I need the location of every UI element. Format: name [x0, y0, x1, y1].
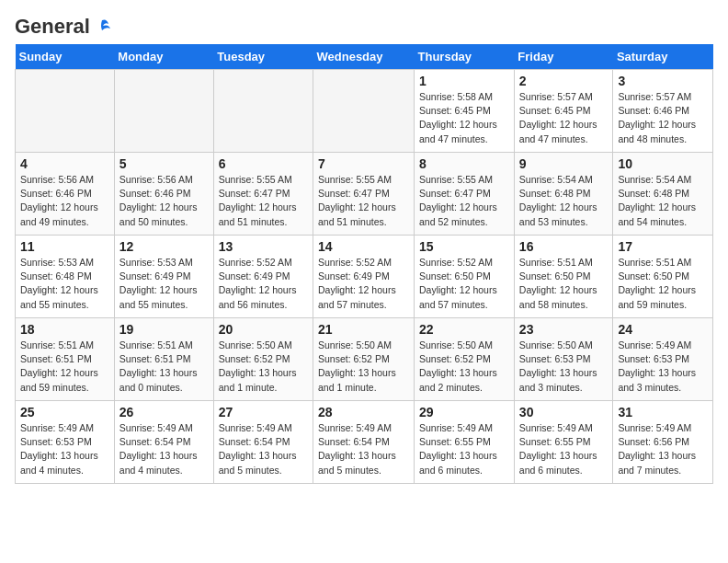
- day-cell-25: 25Sunrise: 5:49 AMSunset: 6:53 PMDayligh…: [16, 401, 115, 484]
- day-detail: Sunrise: 5:57 AMSunset: 6:45 PMDaylight:…: [519, 90, 609, 146]
- day-cell-22: 22Sunrise: 5:50 AMSunset: 6:52 PMDayligh…: [415, 318, 515, 401]
- day-detail: Sunrise: 5:50 AMSunset: 6:52 PMDaylight:…: [318, 339, 409, 395]
- day-number: 17: [618, 239, 708, 254]
- logo-bird-icon: [92, 17, 112, 37]
- day-number: 25: [20, 405, 109, 419]
- weekday-header-row: SundayMondayTuesdayWednesdayThursdayFrid…: [16, 44, 713, 70]
- day-cell-11: 11Sunrise: 5:53 AMSunset: 6:48 PMDayligh…: [16, 236, 115, 318]
- day-detail: Sunrise: 5:52 AMSunset: 6:50 PMDaylight:…: [419, 256, 509, 312]
- day-cell-12: 12Sunrise: 5:53 AMSunset: 6:49 PMDayligh…: [114, 236, 213, 318]
- day-number: 14: [318, 239, 409, 254]
- day-cell-1: 1Sunrise: 5:58 AMSunset: 6:45 PMDaylight…: [415, 70, 515, 153]
- day-number: 11: [20, 239, 109, 254]
- day-number: 18: [20, 322, 109, 337]
- day-detail: Sunrise: 5:54 AMSunset: 6:48 PMDaylight:…: [519, 173, 609, 229]
- day-number: 29: [419, 405, 509, 419]
- day-detail: Sunrise: 5:56 AMSunset: 6:46 PMDaylight:…: [119, 173, 209, 229]
- day-detail: Sunrise: 5:49 AMSunset: 6:53 PMDaylight:…: [618, 339, 708, 395]
- day-cell-28: 28Sunrise: 5:49 AMSunset: 6:54 PMDayligh…: [313, 401, 415, 484]
- day-number: 3: [618, 74, 708, 88]
- day-cell-31: 31Sunrise: 5:49 AMSunset: 6:56 PMDayligh…: [613, 401, 713, 484]
- day-detail: Sunrise: 5:51 AMSunset: 6:51 PMDaylight:…: [119, 339, 209, 395]
- empty-cell: [114, 70, 213, 153]
- day-detail: Sunrise: 5:55 AMSunset: 6:47 PMDaylight:…: [219, 173, 308, 229]
- day-cell-17: 17Sunrise: 5:51 AMSunset: 6:50 PMDayligh…: [613, 236, 713, 318]
- day-number: 15: [419, 239, 509, 254]
- day-number: 31: [618, 405, 708, 419]
- day-cell-15: 15Sunrise: 5:52 AMSunset: 6:50 PMDayligh…: [415, 236, 515, 318]
- day-detail: Sunrise: 5:50 AMSunset: 6:52 PMDaylight:…: [419, 339, 509, 395]
- day-detail: Sunrise: 5:55 AMSunset: 6:47 PMDaylight:…: [419, 173, 509, 229]
- day-detail: Sunrise: 5:58 AMSunset: 6:45 PMDaylight:…: [419, 90, 509, 146]
- day-detail: Sunrise: 5:57 AMSunset: 6:46 PMDaylight:…: [618, 90, 708, 146]
- day-number: 27: [219, 405, 308, 419]
- weekday-header-saturday: Saturday: [613, 44, 713, 70]
- day-detail: Sunrise: 5:53 AMSunset: 6:49 PMDaylight:…: [119, 256, 209, 312]
- day-detail: Sunrise: 5:51 AMSunset: 6:51 PMDaylight:…: [20, 339, 109, 395]
- day-detail: Sunrise: 5:52 AMSunset: 6:49 PMDaylight:…: [219, 256, 308, 312]
- day-number: 4: [20, 156, 109, 171]
- day-cell-10: 10Sunrise: 5:54 AMSunset: 6:48 PMDayligh…: [613, 153, 713, 236]
- logo-text-general: General: [15, 15, 90, 39]
- day-cell-18: 18Sunrise: 5:51 AMSunset: 6:51 PMDayligh…: [16, 318, 115, 401]
- day-number: 10: [618, 156, 708, 171]
- day-detail: Sunrise: 5:50 AMSunset: 6:52 PMDaylight:…: [219, 339, 308, 395]
- week-row-2: 4Sunrise: 5:56 AMSunset: 6:46 PMDaylight…: [16, 153, 713, 236]
- day-number: 28: [318, 405, 409, 419]
- weekday-header-sunday: Sunday: [16, 44, 115, 70]
- week-row-4: 18Sunrise: 5:51 AMSunset: 6:51 PMDayligh…: [16, 318, 713, 401]
- day-detail: Sunrise: 5:49 AMSunset: 6:55 PMDaylight:…: [519, 421, 609, 477]
- week-row-3: 11Sunrise: 5:53 AMSunset: 6:48 PMDayligh…: [16, 236, 713, 318]
- day-cell-20: 20Sunrise: 5:50 AMSunset: 6:52 PMDayligh…: [213, 318, 313, 401]
- day-detail: Sunrise: 5:51 AMSunset: 6:50 PMDaylight:…: [618, 256, 708, 312]
- day-detail: Sunrise: 5:49 AMSunset: 6:54 PMDaylight:…: [318, 421, 409, 477]
- day-number: 12: [119, 239, 209, 254]
- weekday-header-tuesday: Tuesday: [213, 44, 313, 70]
- day-number: 9: [519, 156, 609, 171]
- day-cell-9: 9Sunrise: 5:54 AMSunset: 6:48 PMDaylight…: [514, 153, 613, 236]
- week-row-5: 25Sunrise: 5:49 AMSunset: 6:53 PMDayligh…: [16, 401, 713, 484]
- day-cell-30: 30Sunrise: 5:49 AMSunset: 6:55 PMDayligh…: [514, 401, 613, 484]
- empty-cell: [213, 70, 313, 153]
- day-cell-3: 3Sunrise: 5:57 AMSunset: 6:46 PMDaylight…: [613, 70, 713, 153]
- day-number: 7: [318, 156, 409, 171]
- day-cell-13: 13Sunrise: 5:52 AMSunset: 6:49 PMDayligh…: [213, 236, 313, 318]
- day-cell-16: 16Sunrise: 5:51 AMSunset: 6:50 PMDayligh…: [514, 236, 613, 318]
- day-cell-7: 7Sunrise: 5:55 AMSunset: 6:47 PMDaylight…: [313, 153, 415, 236]
- day-cell-29: 29Sunrise: 5:49 AMSunset: 6:55 PMDayligh…: [415, 401, 515, 484]
- day-detail: Sunrise: 5:49 AMSunset: 6:54 PMDaylight:…: [219, 421, 308, 477]
- day-number: 30: [519, 405, 609, 419]
- day-detail: Sunrise: 5:53 AMSunset: 6:48 PMDaylight:…: [20, 256, 109, 312]
- day-number: 22: [419, 322, 509, 337]
- day-number: 2: [519, 74, 609, 88]
- calendar-table: SundayMondayTuesdayWednesdayThursdayFrid…: [15, 44, 713, 484]
- day-number: 13: [219, 239, 308, 254]
- weekday-header-wednesday: Wednesday: [313, 44, 415, 70]
- day-cell-8: 8Sunrise: 5:55 AMSunset: 6:47 PMDaylight…: [415, 153, 515, 236]
- day-detail: Sunrise: 5:49 AMSunset: 6:56 PMDaylight:…: [618, 421, 708, 477]
- week-row-1: 1Sunrise: 5:58 AMSunset: 6:45 PMDaylight…: [16, 70, 713, 153]
- empty-cell: [16, 70, 115, 153]
- day-number: 1: [419, 74, 509, 88]
- day-number: 21: [318, 322, 409, 337]
- day-number: 26: [119, 405, 209, 419]
- day-detail: Sunrise: 5:51 AMSunset: 6:50 PMDaylight:…: [519, 256, 609, 312]
- day-detail: Sunrise: 5:56 AMSunset: 6:46 PMDaylight:…: [20, 173, 109, 229]
- day-cell-2: 2Sunrise: 5:57 AMSunset: 6:45 PMDaylight…: [514, 70, 613, 153]
- day-cell-24: 24Sunrise: 5:49 AMSunset: 6:53 PMDayligh…: [613, 318, 713, 401]
- day-cell-19: 19Sunrise: 5:51 AMSunset: 6:51 PMDayligh…: [114, 318, 213, 401]
- empty-cell: [313, 70, 415, 153]
- day-cell-6: 6Sunrise: 5:55 AMSunset: 6:47 PMDaylight…: [213, 153, 313, 236]
- day-detail: Sunrise: 5:54 AMSunset: 6:48 PMDaylight:…: [618, 173, 708, 229]
- day-cell-21: 21Sunrise: 5:50 AMSunset: 6:52 PMDayligh…: [313, 318, 415, 401]
- day-cell-4: 4Sunrise: 5:56 AMSunset: 6:46 PMDaylight…: [16, 153, 115, 236]
- day-cell-5: 5Sunrise: 5:56 AMSunset: 6:46 PMDaylight…: [114, 153, 213, 236]
- day-number: 8: [419, 156, 509, 171]
- day-number: 16: [519, 239, 609, 254]
- day-cell-14: 14Sunrise: 5:52 AMSunset: 6:49 PMDayligh…: [313, 236, 415, 318]
- day-detail: Sunrise: 5:49 AMSunset: 6:54 PMDaylight:…: [119, 421, 209, 477]
- day-cell-23: 23Sunrise: 5:50 AMSunset: 6:53 PMDayligh…: [514, 318, 613, 401]
- day-cell-26: 26Sunrise: 5:49 AMSunset: 6:54 PMDayligh…: [114, 401, 213, 484]
- weekday-header-friday: Friday: [514, 44, 613, 70]
- day-cell-27: 27Sunrise: 5:49 AMSunset: 6:54 PMDayligh…: [213, 401, 313, 484]
